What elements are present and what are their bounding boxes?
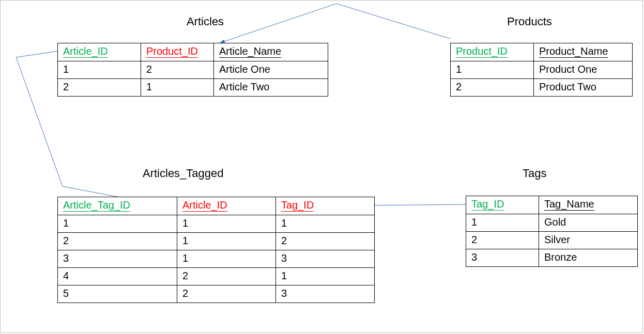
cell: 1 <box>276 215 375 233</box>
cell: 5 <box>58 285 177 303</box>
table-row: 2 Product Two <box>451 79 633 97</box>
table-row: 1 Product One <box>451 61 633 79</box>
cell: Silver <box>539 232 638 249</box>
col-product-name: Product_Name <box>539 45 608 58</box>
cell: 2 <box>177 285 276 303</box>
cell: 2 <box>451 79 534 97</box>
col-article-id: Article_ID <box>63 45 108 58</box>
cell: Bronze <box>539 249 638 267</box>
table-row: 4 2 1 <box>58 268 375 285</box>
cell: 2 <box>58 233 177 250</box>
cell: Gold <box>539 214 638 232</box>
title-articles-tagged: Articles_Tagged <box>143 167 224 180</box>
cell: 1 <box>141 79 214 97</box>
table-row: 1 Gold <box>466 214 638 232</box>
col-tag-id: Tag_ID <box>281 199 314 212</box>
cell: Product Two <box>534 79 633 97</box>
table-row: 1 1 1 <box>58 215 375 233</box>
cell: 2 <box>276 233 375 250</box>
table-row: 5 2 3 <box>58 285 375 303</box>
table-row: 1 2 Article One <box>58 61 328 79</box>
title-products: Products <box>507 15 552 28</box>
cell: 1 <box>451 61 534 79</box>
table-row: 3 1 3 <box>58 250 375 268</box>
cell: 1 <box>177 250 276 268</box>
title-tags: Tags <box>523 167 546 180</box>
table-header: Tag_ID Tag_Name <box>466 196 638 214</box>
cell: Article One <box>214 61 328 79</box>
er-diagram-canvas: Articles Products Articles_Tagged Tags A… <box>0 0 643 333</box>
table-tags: Tag_ID Tag_Name 1 Gold 2 Silver 3 Bronze <box>466 196 638 267</box>
cell: 3 <box>276 250 375 268</box>
cell: 1 <box>177 215 276 233</box>
cell: 1 <box>276 268 375 285</box>
cell: 3 <box>466 249 539 267</box>
table-header: Article_ID Product_ID Article_Name <box>58 43 328 61</box>
cell: 4 <box>58 268 177 285</box>
table-row: 3 Bronze <box>466 249 638 267</box>
cell: 1 <box>177 233 276 250</box>
table-products: Product_ID Product_Name 1 Product One 2 … <box>450 43 633 97</box>
cell: Article Two <box>214 79 328 97</box>
col-article-tag-id: Article_Tag_ID <box>63 199 130 212</box>
col-article-name: Article_Name <box>219 45 281 58</box>
col-tag-id: Tag_ID <box>471 198 504 211</box>
cell: 1 <box>58 215 177 233</box>
col-tag-name: Tag_Name <box>544 198 594 211</box>
cell: 1 <box>466 214 539 232</box>
cell: 2 <box>58 79 141 97</box>
col-product-id: Product_ID <box>456 45 508 58</box>
title-articles: Articles <box>187 15 224 28</box>
cell: 2 <box>141 61 214 79</box>
cell: 3 <box>58 250 177 268</box>
cell: Product One <box>534 61 633 79</box>
table-header: Product_ID Product_Name <box>451 43 633 61</box>
col-article-id: Article_ID <box>182 199 227 212</box>
table-articles: Article_ID Product_ID Article_Name 1 2 A… <box>57 43 328 97</box>
table-row: 2 1 Article Two <box>58 79 328 97</box>
table-articles-tagged: Article_Tag_ID Article_ID Tag_ID 1 1 1 2… <box>57 197 375 303</box>
table-header: Article_Tag_ID Article_ID Tag_ID <box>58 197 375 215</box>
cell: 2 <box>466 232 539 249</box>
table-row: 2 Silver <box>466 232 638 249</box>
cell: 2 <box>177 268 276 285</box>
cell: 1 <box>58 61 141 79</box>
col-product-id: Product_ID <box>146 45 198 58</box>
cell: 3 <box>276 285 375 303</box>
arrow-products-to-articles <box>220 4 450 43</box>
table-row: 2 1 2 <box>58 233 375 250</box>
